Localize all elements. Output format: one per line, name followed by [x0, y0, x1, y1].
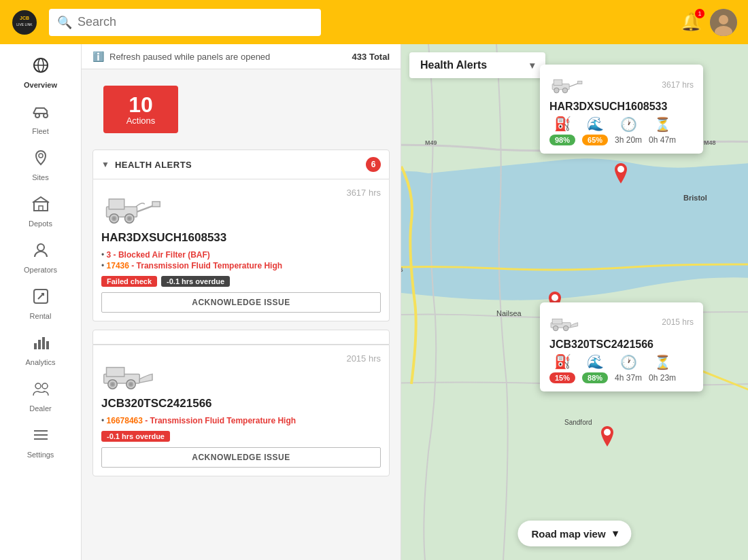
svg-point-52 — [551, 294, 558, 301]
overview-icon — [32, 56, 50, 78]
svg-point-38 — [111, 382, 115, 386]
map-background: M5 M49 M48 M4 M5 Bristol Nailsea Wraxall… — [401, 44, 748, 560]
collapse-icon: ▼ — [101, 160, 109, 169]
logo: JCB LIVE LINK — [11, 9, 38, 36]
sidebar-item-dealer[interactable]: Dealer — [0, 373, 81, 419]
fuel-value-1: 98% — [549, 135, 575, 145]
svg-text:Bristol: Bristol — [683, 194, 707, 202]
actions-label: Actions — [126, 116, 156, 126]
info-icon: ℹ️ — [92, 51, 104, 62]
bell-badge: 1 — [695, 9, 704, 18]
svg-text:M5: M5 — [401, 266, 403, 273]
map-card-2-top: 2015 hrs — [549, 311, 694, 334]
stat-fluid-2: 🌊 88% — [582, 353, 608, 383]
app-header: JCB LIVE LINK 🔍 🔔 1 — [0, 0, 748, 44]
svg-rect-17 — [34, 343, 37, 349]
svg-text:M49: M49 — [425, 139, 437, 146]
svg-text:M48: M48 — [704, 139, 716, 146]
svg-rect-59 — [578, 82, 582, 84]
sidebar-label-rental: Rental — [30, 312, 52, 320]
dealer-icon — [32, 380, 50, 402]
stat-time1-1: 🕐 3h 20m — [615, 116, 642, 145]
map-pin-1[interactable] — [613, 163, 629, 183]
acknowledge-btn-2[interactable]: ACKNOWLEDGE ISSUE — [101, 447, 381, 468]
fuel-value-2: 15% — [549, 372, 575, 383]
road-map-chevron: ▾ — [613, 527, 618, 540]
sidebar-label-sites: Sites — [32, 173, 48, 181]
alert-2-1: • 16678463 - Transmission Fluid Temperat… — [101, 416, 381, 425]
notification-bell[interactable]: 🔔 1 — [680, 12, 702, 33]
depots-icon — [32, 195, 50, 217]
svg-rect-27 — [109, 199, 124, 209]
svg-rect-35 — [107, 368, 124, 377]
svg-point-12 — [39, 154, 43, 158]
map-pin-3[interactable] — [599, 426, 615, 447]
left-panel: ℹ️ Refresh paused while panels are opene… — [82, 44, 401, 560]
sidebar-item-overview[interactable]: Overview — [0, 50, 81, 96]
map-card-1: 3617 hrs HAR3DXSUCH1608533 ⛽ 98% 🌊 65% 🕐… — [540, 65, 703, 154]
map-card-machine-img-1 — [549, 73, 583, 97]
acknowledge-btn-1[interactable]: ACKNOWLEDGE ISSUE — [101, 292, 381, 313]
sidebar-label-dealer: Dealer — [29, 404, 51, 413]
svg-rect-33 — [152, 202, 160, 207]
svg-text:Sandford: Sandford — [564, 419, 592, 426]
svg-text:Nailsea: Nailsea — [496, 309, 522, 317]
stat-fuel-2: ⛽ 15% — [549, 353, 575, 383]
stat-fluid-1: 🌊 65% — [582, 116, 608, 145]
search-bar[interactable]: 🔍 — [49, 9, 321, 36]
sidebar-item-sites[interactable]: Sites — [0, 142, 81, 188]
tag-overdue-1: -0.1 hrs overdue — [161, 276, 230, 287]
time-value2-2: 0h 23m — [649, 373, 676, 383]
tag-overdue-2: -0.1 hrs overdue — [101, 431, 170, 442]
health-alerts-dropdown[interactable]: Health Alerts ▾ — [409, 52, 545, 78]
svg-point-53 — [604, 429, 611, 436]
map-card-2: 2015 hrs JCB320TSC2421566 ⛽ 15% 🌊 88% 🕐 … — [540, 302, 703, 391]
road-map-bar[interactable]: Road map view ▾ — [517, 521, 631, 546]
svg-rect-20 — [46, 341, 49, 349]
panel-header: ℹ️ Refresh paused while panels are opene… — [82, 44, 401, 69]
alert-code-2-1: 16678463 — [107, 416, 143, 425]
fleet-icon — [32, 103, 50, 124]
sidebar-item-depots[interactable]: Depots — [0, 188, 81, 234]
hourglass-icon-1: ⏳ — [654, 116, 671, 133]
sidebar-item-analytics[interactable]: Analytics — [0, 327, 81, 373]
svg-point-62 — [553, 326, 558, 331]
machine-hours-2: 2015 hrs — [346, 353, 381, 364]
alert-code-1-2: 17436 — [107, 261, 129, 270]
health-alerts-badge: 6 — [366, 157, 381, 172]
machine-top-1: 3617 hrs — [101, 188, 381, 228]
sidebar-item-settings[interactable]: Settings — [0, 419, 81, 466]
stat-fuel-1: ⛽ 98% — [549, 116, 575, 145]
map-card-hours-2: 2015 hrs — [662, 317, 694, 327]
time-value1-2: 4h 37m — [615, 373, 642, 383]
fuel-icon-2: ⛽ — [554, 353, 571, 370]
svg-point-22 — [42, 383, 48, 389]
actions-box[interactable]: 10 Actions — [103, 86, 178, 133]
panel-total: 433 Total — [352, 52, 390, 62]
user-avatar[interactable] — [710, 9, 737, 36]
sidebar: Overview Fleet Sites Depots Operators — [0, 44, 82, 560]
alert-1-2: • 17436 - Transmission Fluid Temperature… — [101, 261, 381, 270]
search-input[interactable] — [78, 15, 313, 29]
health-alerts-label: Health Alerts — [420, 59, 487, 71]
stat-time2-2: ⏳ 0h 23m — [649, 354, 676, 383]
sidebar-item-operators[interactable]: Operators — [0, 234, 81, 281]
map-card-machine-img-2 — [549, 311, 583, 334]
map-card-stats-2: ⛽ 15% 🌊 88% 🕐 4h 37m ⏳ 0h 23m — [549, 353, 694, 383]
sidebar-item-fleet[interactable]: Fleet — [0, 96, 81, 142]
svg-point-21 — [35, 383, 41, 389]
stat-time1-2: 🕐 4h 37m — [615, 354, 642, 383]
sidebar-item-rental[interactable]: Rental — [0, 281, 81, 327]
fluid-icon-2: 🌊 — [587, 353, 604, 370]
tag-failed-check: Failed check — [101, 276, 157, 287]
hourglass-icon-2: ⏳ — [654, 354, 671, 370]
alert-desc-1-1: - Blocked Air Filter (BAF) — [111, 250, 210, 260]
machine-id-1: HAR3DXSUCH1608533 — [101, 231, 381, 245]
alert-desc-1-2: - Transmission Fluid Temperature High — [129, 261, 282, 270]
svg-point-57 — [562, 88, 568, 94]
sidebar-label-overview: Overview — [24, 81, 57, 89]
svg-point-39 — [129, 382, 133, 386]
machine-tags-2: -0.1 hrs overdue — [101, 431, 381, 442]
health-alerts-header[interactable]: ▼ HEALTH ALERTS 6 — [92, 150, 390, 179]
alert-desc-2-1: - Transmission Fluid Temperature High — [143, 416, 296, 425]
